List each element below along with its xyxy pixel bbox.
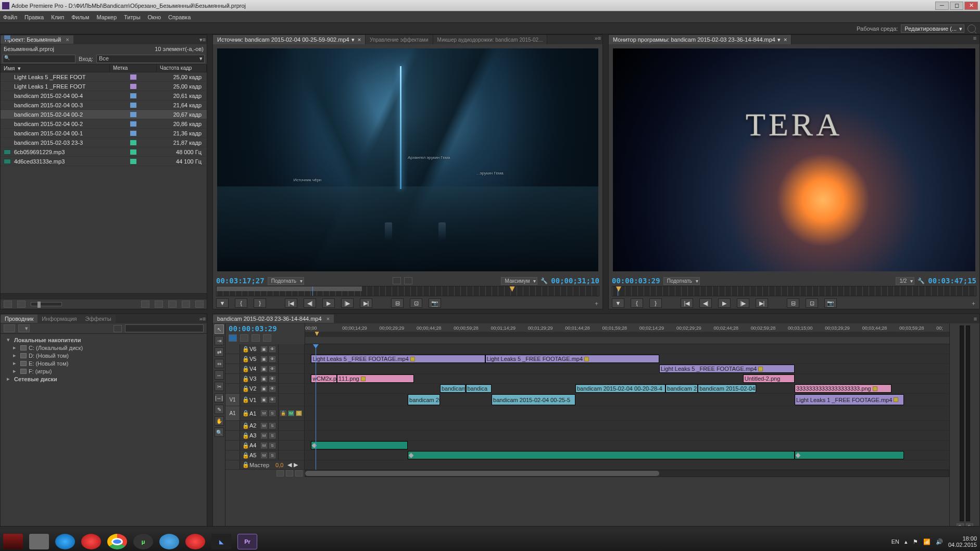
taskbar-explorer-icon[interactable]	[29, 534, 49, 549]
menu-Справка[interactable]: Справка	[168, 14, 191, 20]
source-ruler[interactable]	[216, 286, 599, 296]
pen-tool-icon[interactable]: ✎	[215, 405, 224, 414]
track-header[interactable]: 🔒V3▣👁	[240, 374, 279, 383]
pan-right-icon[interactable]: ▶	[294, 461, 298, 468]
menu-Титры[interactable]: Титры	[124, 14, 140, 20]
mute-button[interactable]: M	[261, 433, 267, 439]
clip[interactable]: bandicam 2015-02-04 00-25-5	[492, 394, 575, 405]
mark-in-icon[interactable]: ▼	[216, 298, 229, 308]
filter-icon[interactable]	[114, 325, 122, 332]
taskbar-chrome-icon[interactable]	[107, 534, 127, 549]
goto-in-icon[interactable]: |◀	[285, 298, 297, 308]
src-patch[interactable]	[225, 364, 240, 373]
eye-icon[interactable]: 👁	[269, 346, 275, 352]
src-patch[interactable]	[225, 354, 240, 364]
src-patch-v1[interactable]: V1	[225, 394, 240, 406]
clip[interactable]	[408, 451, 795, 459]
program-fit-dropdown[interactable]: Подогнать	[663, 277, 700, 285]
menu-Файл[interactable]: Файл	[3, 14, 17, 20]
program-zoom-dropdown[interactable]: 1/2	[896, 277, 914, 285]
col-label[interactable]: Метка	[110, 65, 157, 72]
workspace-dropdown[interactable]: Редактирование (...	[901, 24, 964, 33]
menu-Правка[interactable]: Правка	[24, 14, 44, 20]
pan-left-icon[interactable]: ◀	[287, 461, 292, 468]
taskbar-premiere-icon[interactable]: Pr	[237, 534, 257, 549]
settings-icon[interactable]	[263, 334, 271, 342]
clip[interactable]: bandica	[466, 384, 492, 393]
menu-Клип[interactable]: Клип	[51, 14, 64, 20]
track-header[interactable]: 🔒V4▣👁	[240, 364, 279, 373]
step-back-icon[interactable]: ◀|	[699, 298, 712, 308]
clip[interactable]: 33333333333333333333.png	[795, 384, 891, 393]
src-patch[interactable]	[225, 441, 240, 450]
solo-button[interactable]: S	[269, 433, 275, 439]
lock-icon[interactable]: 🔒	[242, 375, 247, 382]
source-out-timecode[interactable]: 00;00;31;10	[551, 277, 599, 285]
source-in-timecode[interactable]: 00:03:17;27	[216, 277, 265, 285]
solo-button[interactable]: S	[296, 410, 302, 416]
search-icon[interactable]	[968, 24, 976, 33]
sync-lock-icon[interactable]: ▣	[261, 356, 267, 362]
browser-search-input[interactable]	[125, 324, 204, 332]
track-header[interactable]: 🔒A1MS	[240, 406, 279, 420]
trash-icon[interactable]	[195, 300, 204, 308]
zoom-tool-icon[interactable]: 🔍	[215, 428, 224, 437]
timeline-timecode[interactable]: 00:00:03:29	[229, 324, 301, 333]
list-view-icon[interactable]	[4, 300, 12, 308]
track-header[interactable]: 🔒A3MS	[240, 431, 279, 440]
eye-icon[interactable]: 👁	[269, 356, 275, 362]
track-header[interactable]: 🔒V2▣👁	[240, 384, 279, 393]
tree-drive[interactable]: ▸C: (Локальный диск)	[4, 344, 204, 352]
project-item[interactable]: bandicam 2015-02-04 00-2 20,67 кадр	[1, 110, 207, 119]
wrench-icon[interactable]: 🔧	[918, 278, 925, 284]
sync-lock-icon[interactable]: ▣	[261, 366, 267, 372]
clip[interactable]: Light Leaks 5 _FREE FOOTAGE.mp4	[311, 355, 485, 363]
icon-view-icon[interactable]	[17, 300, 26, 308]
taskbar-wmp-icon[interactable]	[55, 534, 75, 549]
source-fit-dropdown[interactable]: Подогнать	[268, 277, 304, 285]
clip[interactable]	[311, 441, 408, 449]
track-lane[interactable]: bandicam 20bandicam 2015-02-04 00-25-5Li…	[305, 394, 949, 406]
snap-icon[interactable]	[229, 334, 237, 342]
step-fwd-icon[interactable]: |▶	[737, 298, 749, 308]
export-frame-icon[interactable]: 📷	[429, 298, 441, 308]
panel-menu-icon[interactable]: ▾≡	[198, 36, 207, 43]
track-header[interactable]: 🔒V5▣👁	[240, 354, 279, 364]
project-item[interactable]: bandicam 2015-02-04 00-3 21,64 кадр	[1, 101, 207, 110]
add-button-icon[interactable]: ＋	[594, 299, 599, 307]
overwrite-icon[interactable]: ⊡	[410, 298, 422, 308]
eye-icon[interactable]: 👁	[269, 376, 275, 382]
track-header[interactable]: 🔒A4MS	[240, 441, 279, 450]
taskbar-aida-icon[interactable]: ◣	[211, 534, 231, 549]
src-patch[interactable]	[225, 421, 240, 430]
taskbar-utorrent-icon[interactable]: μ	[133, 534, 153, 549]
sync-lock-icon[interactable]: ▣	[261, 346, 267, 352]
src-patch-a1[interactable]: A1	[225, 406, 240, 420]
lock-icon[interactable]: 🔒	[242, 385, 247, 392]
play-button[interactable]: ▶	[322, 298, 335, 308]
audio-mixer-tab[interactable]: Микшер аудиодорожки: bandicam 2015-02...	[433, 35, 548, 44]
src-patch[interactable]	[225, 450, 240, 460]
clip[interactable]: 111.png	[337, 374, 414, 383]
tree-network[interactable]: ▸Сетевые диски	[4, 375, 204, 383]
wrench-icon[interactable]: 🔧	[541, 278, 548, 284]
solo-button[interactable]: S	[269, 423, 275, 429]
rate-tool-icon[interactable]: ↔	[215, 370, 224, 380]
maximize-button[interactable]: ◻	[950, 2, 963, 10]
project-item[interactable]: bandicam 2015-02-03 23-3 21,87 кадр	[1, 138, 207, 147]
project-search-input[interactable]	[3, 55, 76, 63]
rolling-tool-icon[interactable]: ⇔	[215, 359, 224, 368]
search-in-dropdown[interactable]: Все	[96, 55, 205, 63]
src-patch[interactable]	[225, 431, 240, 440]
taskbar-opera-icon[interactable]	[81, 534, 101, 549]
chevron-down-icon[interactable]	[777, 36, 781, 43]
program-out-timecode[interactable]: 00:03:47;15	[928, 277, 976, 285]
clip[interactable]: Untitled-2.png	[743, 374, 795, 383]
clip[interactable]: Light Leaks 5 _FREE FOOTAGE.mp4	[659, 365, 795, 373]
close-icon[interactable]: ×	[784, 36, 787, 43]
add-button-icon[interactable]: ＋	[971, 299, 976, 307]
solo-button[interactable]: S	[269, 453, 275, 458]
minimize-button[interactable]: ─	[935, 2, 949, 10]
close-icon[interactable]: ×	[358, 36, 361, 43]
clip[interactable]: bandicam 2015-02-04	[698, 384, 756, 393]
